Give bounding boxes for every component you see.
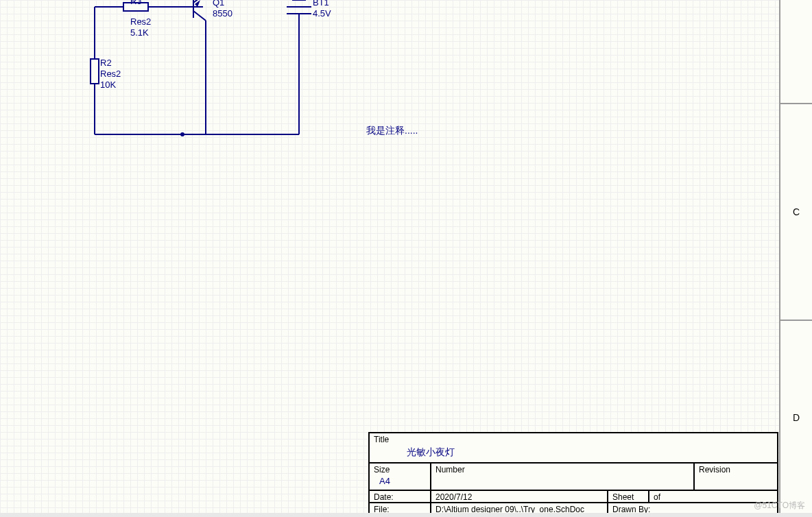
label-r3-type: Res2 — [130, 16, 151, 27]
label-r2-ref: R2 — [100, 58, 112, 69]
label-bt1-value: 4.5V — [313, 8, 331, 19]
watermark: @51CTO博客 — [754, 500, 805, 512]
label-r2-type: Res2 — [100, 69, 121, 80]
svg-point-20 — [180, 132, 184, 136]
label-q1-value: 8550 — [213, 8, 232, 19]
zone-label-c: C — [793, 206, 800, 217]
svg-rect-12 — [91, 59, 99, 84]
title-block: Title 光敏小夜灯 Size A4 Number Revision Date… — [368, 432, 778, 514]
label-r2-value: 10K — [100, 80, 116, 91]
date-label: Date: — [374, 492, 394, 502]
title-value: 光敏小夜灯 — [374, 446, 773, 458]
annotation-text[interactable]: 我是注释..... — [366, 125, 418, 137]
size-label: Size — [374, 465, 426, 476]
number-label: Number — [435, 465, 689, 476]
svg-line-7 — [193, 11, 206, 21]
zone-label-d: D — [793, 412, 800, 423]
sheet-border-right: C D — [779, 0, 812, 514]
date-value: 2020/7/12 — [435, 492, 472, 502]
label-r3-value: 5.1K — [130, 27, 149, 38]
schematic-sheet[interactable]: https://blog… R3 Res2 5.1K R2 Res2 10K Q… — [0, 0, 779, 514]
sheet-of: of — [654, 492, 660, 502]
sheet-label: Sheet — [612, 492, 634, 502]
file-label: File: — [374, 505, 390, 513]
label-bt1-ref: BT1 — [313, 0, 329, 8]
revision-label: Revision — [699, 465, 773, 476]
size-value: A4 — [374, 476, 426, 488]
file-value: D:\Altium designer 09\..\Try_one.SchDoc — [435, 505, 584, 513]
bottom-strip — [0, 513, 812, 517]
label-q1-ref: Q1 — [213, 0, 224, 8]
title-label: Title — [374, 435, 773, 446]
drawn-by-label: Drawn By: — [612, 505, 650, 513]
label-r3-ref: R3 — [130, 0, 142, 7]
